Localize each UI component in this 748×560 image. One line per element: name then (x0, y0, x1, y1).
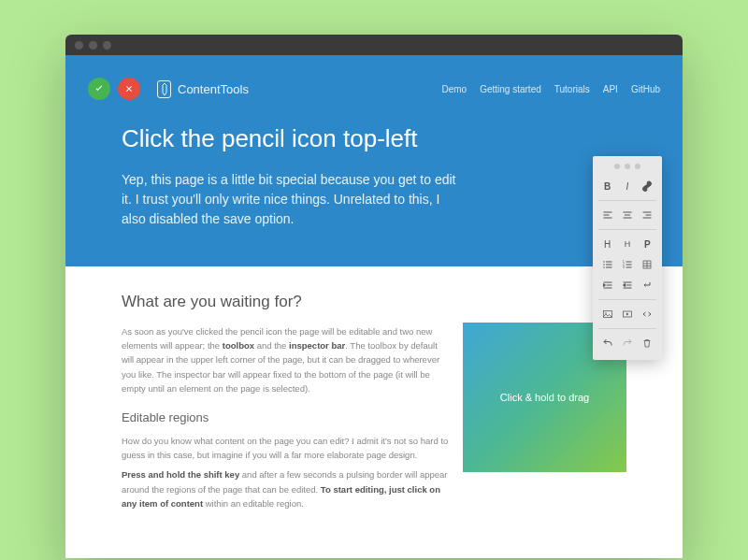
tool-video[interactable] (618, 305, 636, 323)
brand-name: ContentTools (178, 82, 249, 96)
hero-lead: Yep, this page is a little bit special b… (122, 170, 458, 229)
editor-actions (88, 78, 140, 100)
hero-content[interactable]: Click the pencil icon top-left Yep, this… (65, 106, 514, 229)
tool-align-center[interactable] (618, 206, 636, 224)
tool-paragraph[interactable]: P (639, 235, 656, 253)
body-heading: What are you waiting for? (122, 293, 449, 311)
video-icon (622, 309, 633, 320)
svg-point-2 (603, 266, 605, 268)
confirm-button[interactable] (88, 78, 110, 100)
link-icon (641, 180, 653, 192)
redo-icon (622, 337, 633, 349)
tool-undo[interactable] (598, 334, 616, 352)
break-icon (641, 280, 653, 291)
cancel-button[interactable] (118, 78, 140, 100)
svg-point-1 (603, 264, 605, 266)
code-icon (641, 309, 653, 320)
tool-ol[interactable]: 123 (618, 255, 636, 274)
nav-github[interactable]: GitHub (631, 84, 660, 94)
table-icon (641, 259, 653, 270)
trash-icon (641, 337, 653, 349)
traffic-light-min[interactable] (89, 41, 97, 50)
outdent-icon (622, 280, 633, 291)
body-paragraph-2: How do you know what content on the page… (122, 434, 449, 462)
traffic-light-max[interactable] (103, 41, 111, 50)
tool-link[interactable] (639, 177, 656, 195)
close-icon (123, 83, 135, 94)
hero-title: Click the pencil icon top-left (122, 124, 458, 153)
tool-italic[interactable]: I (618, 177, 636, 195)
indent-icon (602, 280, 613, 291)
toolbox-grip[interactable] (598, 164, 656, 169)
drag-label: Click & hold to drag (500, 392, 589, 403)
tool-code[interactable] (639, 305, 656, 323)
tool-indent[interactable] (598, 276, 616, 294)
svg-text:3: 3 (623, 266, 625, 269)
tool-redo[interactable] (618, 334, 636, 352)
main-nav: Demo Getting started Tutorials API GitHu… (441, 84, 660, 94)
hero-section: ContentTools Demo Getting started Tutori… (65, 55, 683, 266)
nav-getting-started[interactable]: Getting started (480, 84, 541, 94)
body-paragraph-1: As soon as you've clicked the pencil ico… (122, 324, 449, 395)
tool-ul[interactable] (598, 255, 616, 274)
tool-linebreak[interactable] (639, 276, 656, 294)
browser-window: ContentTools Demo Getting started Tutori… (65, 35, 683, 558)
tool-heading[interactable]: H (598, 235, 616, 253)
list-ol-icon: 123 (622, 259, 633, 270)
traffic-light-close[interactable] (75, 41, 83, 50)
image-icon (602, 309, 613, 320)
pencil-icon (157, 80, 171, 98)
nav-demo[interactable]: Demo (441, 84, 467, 94)
tool-bold[interactable]: B (598, 177, 616, 195)
tool-table[interactable] (639, 255, 656, 274)
nav-api[interactable]: API (603, 84, 618, 94)
align-center-icon (622, 209, 633, 221)
tool-subheading[interactable]: H (618, 235, 636, 253)
top-bar: ContentTools Demo Getting started Tutori… (65, 72, 683, 106)
undo-icon (602, 337, 613, 349)
align-left-icon (602, 209, 613, 221)
body-section[interactable]: What are you waiting for? As soon as you… (65, 266, 683, 542)
svg-point-0 (603, 261, 605, 263)
tool-align-left[interactable] (598, 206, 616, 224)
body-subheading: Editable regions (122, 410, 449, 424)
window-titlebar (65, 35, 683, 55)
check-icon (94, 83, 105, 94)
brand: ContentTools (157, 80, 249, 98)
tool-align-right[interactable] (639, 206, 656, 224)
body-column: What are you waiting for? As soon as you… (122, 293, 449, 510)
list-ul-icon (602, 259, 613, 270)
tool-outdent[interactable] (618, 276, 636, 294)
editor-toolbox[interactable]: B I H H P 123 (593, 156, 662, 360)
body-paragraph-3: Press and hold the shift key and after a… (122, 467, 449, 510)
align-right-icon (641, 209, 653, 221)
tool-image[interactable] (598, 305, 616, 323)
nav-tutorials[interactable]: Tutorials (554, 84, 590, 94)
tool-remove[interactable] (639, 334, 656, 352)
